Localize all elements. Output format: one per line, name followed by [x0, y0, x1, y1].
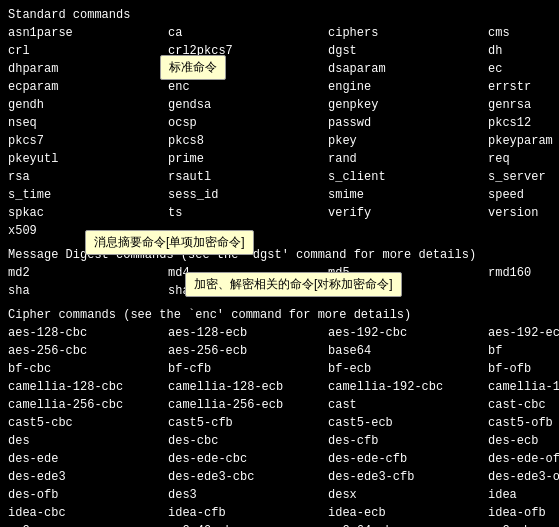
cmd-cell: des-ede-cbc [168, 450, 328, 468]
cmd-cell: bf-ecb [328, 360, 488, 378]
cmd-cell: camellia-192-ecb [488, 378, 559, 396]
cmd-cell: prime [168, 150, 328, 168]
cmd-cell: idea-ecb [328, 504, 488, 522]
cmd-cell: enc [168, 78, 328, 96]
cmd-cell: des [8, 432, 168, 450]
cmd-cell: cms [488, 24, 559, 42]
cmd-cell: bf-ofb [488, 360, 559, 378]
cmd-cell: bf-cfb [168, 360, 328, 378]
cmd-cell: ca [168, 24, 328, 42]
cmd-cell: des-ede3-cbc [168, 468, 328, 486]
cmd-cell: engine [328, 78, 488, 96]
cmd-cell: cast5-cfb [168, 414, 328, 432]
cmd-cell: errstr [488, 78, 559, 96]
cmd-cell: rc2-cbc [488, 522, 559, 527]
cmd-cell: idea [488, 486, 559, 504]
cmd-cell: rc2-64-cbc [328, 522, 488, 527]
cmd-cell: aes-192-cbc [328, 324, 488, 342]
cmd-cell: bf-cbc [8, 360, 168, 378]
cmd-cell: pkeyparam [488, 132, 559, 150]
cmd-cell: des-ede3 [8, 468, 168, 486]
cmd-cell: camellia-128-ecb [168, 378, 328, 396]
cmd-cell: spkac [8, 204, 168, 222]
cmd-cell: ecparam [8, 78, 168, 96]
cmd-cell: base64 [328, 342, 488, 360]
cmd-cell [488, 282, 559, 300]
cmd-cell: nseq [8, 114, 168, 132]
cmd-cell: ec [488, 60, 559, 78]
cmd-cell: cast-cbc [488, 396, 559, 414]
terminal-window: Standard commandsasn1parsecacipherscmscr… [0, 0, 559, 527]
cmd-cell: cast [328, 396, 488, 414]
cmd-cell: cast5-cbc [8, 414, 168, 432]
cmd-cell: des-ede-ofb [488, 450, 559, 468]
section-header-cipher: Cipher commands (see the `enc' command f… [8, 306, 551, 324]
cmd-cell: speed [488, 186, 559, 204]
cmd-cell: ts [168, 204, 328, 222]
cmd-cell: pkcs12 [488, 114, 559, 132]
cmd-cell: dgst [328, 42, 488, 60]
cmd-cell: sha [8, 282, 168, 300]
section-header-standard: Standard commands [8, 6, 551, 24]
cmd-cell: rsa [8, 168, 168, 186]
cmd-cell: genrsa [488, 96, 559, 114]
cmd-grid-cipher: aes-128-cbcaes-128-ecbaes-192-cbcaes-192… [8, 324, 551, 527]
cmd-cell: idea-cfb [168, 504, 328, 522]
cmd-grid-standard: asn1parsecacipherscmscrlcrl2pkcs7dgstdhd… [8, 24, 551, 240]
cmd-cell: des-ecb [488, 432, 559, 450]
cmd-cell: des3 [168, 486, 328, 504]
cmd-cell: des-ede-cfb [328, 450, 488, 468]
cmd-cell: des-cbc [168, 432, 328, 450]
cmd-cell: req [488, 150, 559, 168]
cmd-cell: camellia-192-cbc [328, 378, 488, 396]
cmd-cell: gendh [8, 96, 168, 114]
cmd-cell: des-ede3-ofb [488, 468, 559, 486]
cmd-cell: smime [328, 186, 488, 204]
cmd-cell: des-ede3-cfb [328, 468, 488, 486]
cmd-cell: dh [488, 42, 559, 60]
cmd-cell: camellia-128-cbc [8, 378, 168, 396]
cmd-cell: bf [488, 342, 559, 360]
cmd-cell: desx [328, 486, 488, 504]
cmd-cell: asn1parse [8, 24, 168, 42]
cmd-cell: ocsp [168, 114, 328, 132]
cmd-cell: rmd160 [488, 264, 559, 282]
cmd-cell: pkey [328, 132, 488, 150]
cmd-cell: des-ofb [8, 486, 168, 504]
cmd-cell: pkcs7 [8, 132, 168, 150]
cmd-cell: genpkey [328, 96, 488, 114]
cmd-cell: rc2-40-cbc [168, 522, 328, 527]
cmd-cell: idea-cbc [8, 504, 168, 522]
cmd-cell: rsautl [168, 168, 328, 186]
cmd-cell: pkeyutl [8, 150, 168, 168]
cmd-cell: ciphers [328, 24, 488, 42]
cmd-cell: camellia-256-cbc [8, 396, 168, 414]
cmd-cell: version [488, 204, 559, 222]
digest-tooltip: 消息摘要命令[单项加密命令] [85, 230, 254, 255]
cmd-cell: gendsa [168, 96, 328, 114]
cmd-cell: des-cfb [328, 432, 488, 450]
cmd-cell: pkcs8 [168, 132, 328, 150]
cipher-tooltip: 加密、解密相关的命令[对称加密命令] [185, 272, 402, 297]
cmd-cell: dhparam [8, 60, 168, 78]
cmd-cell: passwd [328, 114, 488, 132]
cmd-cell: verify [328, 204, 488, 222]
cmd-cell: s_client [328, 168, 488, 186]
cmd-cell: rc2 [8, 522, 168, 527]
cmd-cell [328, 222, 488, 240]
cmd-cell: cast5-ecb [328, 414, 488, 432]
cmd-cell: idea-ofb [488, 504, 559, 522]
cmd-cell: md2 [8, 264, 168, 282]
cmd-cell: s_server [488, 168, 559, 186]
cmd-cell: aes-128-ecb [168, 324, 328, 342]
standard-tooltip: 标准命令 [160, 55, 226, 80]
cmd-cell: cast5-ofb [488, 414, 559, 432]
cmd-cell [488, 222, 559, 240]
cmd-cell: des-ede [8, 450, 168, 468]
cmd-cell: aes-128-cbc [8, 324, 168, 342]
cmd-cell: crl [8, 42, 168, 60]
cmd-cell: rand [328, 150, 488, 168]
cmd-cell: aes-256-ecb [168, 342, 328, 360]
cmd-cell: camellia-256-ecb [168, 396, 328, 414]
cmd-cell: dsaparam [328, 60, 488, 78]
